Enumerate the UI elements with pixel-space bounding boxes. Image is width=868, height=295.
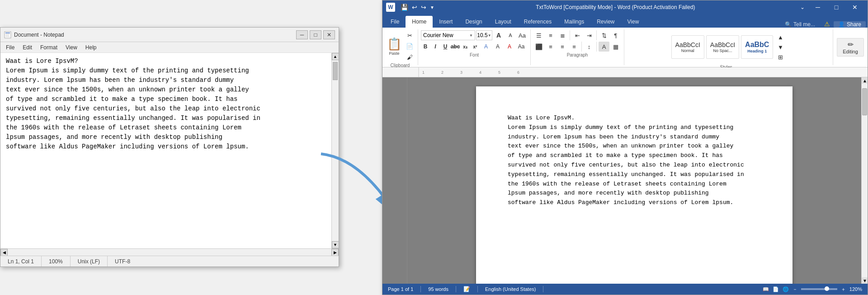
notepad-menu-edit[interactable]: Edit bbox=[19, 43, 36, 52]
scroll-down-arrow[interactable]: ▼ bbox=[332, 241, 339, 248]
notepad-menu-view[interactable]: View bbox=[62, 43, 81, 52]
word-save-button[interactable]: 💾 bbox=[401, 4, 408, 11]
shading-button[interactable]: A bbox=[599, 42, 609, 52]
align-left-button[interactable]: ⬛ bbox=[533, 42, 544, 52]
word-minimize-button[interactable]: ─ bbox=[809, 0, 827, 14]
word-zoom-minus[interactable]: － bbox=[793, 286, 797, 293]
view-print-icon[interactable]: 📄 bbox=[773, 286, 779, 292]
word-close-button[interactable]: ✕ bbox=[846, 0, 864, 14]
tab-references[interactable]: References bbox=[518, 16, 558, 28]
notepad-maximize-button[interactable]: □ bbox=[310, 30, 321, 39]
align-center-button[interactable]: ≡ bbox=[545, 42, 556, 52]
word-maximize-button[interactable]: □ bbox=[827, 0, 845, 14]
show-formatting-button[interactable]: ¶ bbox=[610, 30, 621, 40]
styles-scroll-up[interactable]: ▲ bbox=[775, 32, 786, 42]
font-size-arrow[interactable]: ▼ bbox=[488, 33, 491, 38]
subscript-button[interactable]: x₂ bbox=[461, 43, 470, 51]
font-size-dropdown[interactable]: 10.5 ▼ bbox=[476, 30, 492, 40]
word-titlebar: W 💾 ↩ ↪ ▼ TxtToWord [Compatibility Mode]… bbox=[382, 0, 868, 14]
activation-warning-icon[interactable]: ⚠ bbox=[821, 20, 834, 28]
format-painter-button[interactable]: 🖌 bbox=[404, 52, 415, 62]
tell-me-box[interactable]: 🔍 Tell me... bbox=[779, 21, 821, 28]
style-heading1[interactable]: AaBbC Heading 1 bbox=[741, 35, 773, 59]
share-button[interactable]: 👤 Share bbox=[834, 21, 866, 28]
word-scroll-track[interactable] bbox=[862, 84, 868, 277]
notepad-text-area[interactable]: Waat is Lore IpsvM? Lorem Ipsum is simpl… bbox=[0, 53, 331, 248]
word-doc-area[interactable]: Waat is Lore IpsvM. Lorem Ipsum is simpl… bbox=[407, 77, 861, 284]
notepad-menu-format[interactable]: Format bbox=[37, 43, 61, 52]
scroll-right-arrow[interactable]: ▶ bbox=[331, 249, 339, 256]
tab-home[interactable]: Home bbox=[406, 16, 433, 28]
font-color-button[interactable]: A bbox=[504, 42, 515, 52]
word-scroll-down[interactable]: ▼ bbox=[862, 277, 868, 284]
style-no-spacing[interactable]: AaBbCcI No Spac... bbox=[706, 35, 739, 59]
paste-button[interactable]: 📋 Paste bbox=[385, 34, 403, 58]
view-web-icon[interactable]: 🌐 bbox=[783, 286, 789, 292]
word-language: English (United States) bbox=[485, 286, 536, 292]
tab-review[interactable]: Review bbox=[590, 16, 621, 28]
increase-indent-button[interactable]: ⇥ bbox=[584, 30, 594, 40]
tab-file[interactable]: File bbox=[384, 16, 406, 28]
styles-more-button[interactable]: ⊞ bbox=[775, 52, 786, 62]
notepad-menu-file[interactable]: File bbox=[2, 43, 18, 52]
word-ribbon-toggle[interactable]: ⌄ bbox=[797, 4, 808, 10]
scroll-left-arrow[interactable]: ◀ bbox=[0, 249, 8, 256]
font-name-arrow[interactable]: ▼ bbox=[469, 33, 473, 38]
scroll-thumb-v[interactable] bbox=[333, 62, 338, 80]
tab-design[interactable]: Design bbox=[459, 16, 488, 28]
notepad-close-button[interactable]: ✕ bbox=[323, 30, 335, 39]
bullets-button[interactable]: ☰ bbox=[533, 30, 544, 40]
styles-scroll-down[interactable]: ▼ bbox=[775, 42, 786, 52]
strikethrough-button[interactable]: abc bbox=[451, 43, 460, 51]
superscript-button[interactable]: x² bbox=[471, 43, 480, 51]
character-shading-button[interactable]: Aa bbox=[516, 42, 527, 52]
grow-font-button[interactable]: A bbox=[493, 30, 504, 40]
underline-button[interactable]: U bbox=[441, 43, 450, 51]
word-redo-button[interactable]: ↪ bbox=[421, 4, 426, 11]
line-spacing-button[interactable]: ↕ bbox=[584, 42, 594, 52]
word-ruler: 1 2 3 4 5 6 bbox=[382, 67, 868, 77]
notepad-line-ending: Unix (LF) bbox=[71, 256, 108, 266]
sort-button[interactable]: ⇅ bbox=[599, 30, 609, 40]
word-vertical-scrollbar[interactable]: ▲ ▼ bbox=[861, 77, 868, 284]
multilevel-list-button[interactable]: ≣ bbox=[557, 30, 568, 40]
editing-badge[interactable]: ✏ Editing bbox=[837, 38, 864, 57]
notepad-menu-help[interactable]: Help bbox=[82, 43, 100, 52]
word-zoom-plus[interactable]: ＋ bbox=[841, 286, 846, 293]
justify-button[interactable]: ≡ bbox=[569, 42, 580, 52]
scroll-up-arrow[interactable]: ▲ bbox=[332, 53, 339, 60]
shrink-font-button[interactable]: A bbox=[505, 30, 516, 40]
cut-button[interactable]: ✂ bbox=[404, 30, 415, 40]
italic-button[interactable]: I bbox=[431, 43, 440, 51]
bold-button[interactable]: B bbox=[421, 43, 430, 51]
scroll-track-h[interactable] bbox=[8, 249, 331, 256]
tab-layout[interactable]: Layout bbox=[489, 16, 518, 28]
decrease-indent-button[interactable]: ⇤ bbox=[572, 30, 583, 40]
notepad-vertical-scrollbar[interactable]: ▲ ▼ bbox=[331, 53, 339, 248]
styles-content: AaBbCcI Normal AaBbCcI No Spac... AaBbC bbox=[671, 30, 786, 64]
zoom-slider-thumb[interactable] bbox=[825, 286, 829, 291]
font-name-dropdown[interactable]: Courier New ▼ bbox=[421, 30, 475, 40]
copy-button[interactable]: 📄 bbox=[404, 41, 415, 51]
word-page-content[interactable]: Waat is Lore IpsvM. Lorem Ipsum is simpl… bbox=[508, 114, 761, 208]
clear-format-button[interactable]: Aa bbox=[517, 30, 528, 40]
word-scroll-thumb[interactable] bbox=[862, 88, 867, 115]
word-customize-button[interactable]: ▼ bbox=[430, 5, 434, 10]
tab-insert[interactable]: Insert bbox=[433, 16, 459, 28]
text-effects-button[interactable]: A bbox=[481, 42, 491, 52]
word-undo-button[interactable]: ↩ bbox=[412, 4, 417, 11]
numbering-button[interactable]: ≡ bbox=[545, 30, 556, 40]
tab-mailings[interactable]: Mailings bbox=[558, 16, 590, 28]
word-zoom-slider[interactable] bbox=[801, 288, 837, 290]
svg-rect-6 bbox=[382, 67, 868, 77]
notepad-minimize-button[interactable]: ─ bbox=[296, 30, 308, 39]
style-normal[interactable]: AaBbCcI Normal bbox=[671, 35, 704, 59]
word-scroll-up[interactable]: ▲ bbox=[862, 77, 868, 84]
align-right-button[interactable]: ≡ bbox=[557, 42, 568, 52]
highlight-color-button[interactable]: A bbox=[492, 42, 503, 52]
borders-button[interactable]: ▦ bbox=[610, 42, 621, 52]
notepad-horizontal-scrollbar[interactable]: ◀ ▶ bbox=[0, 248, 339, 256]
tab-view[interactable]: View bbox=[621, 16, 646, 28]
scroll-track-v[interactable] bbox=[332, 60, 339, 241]
view-read-icon[interactable]: 📖 bbox=[763, 286, 769, 292]
